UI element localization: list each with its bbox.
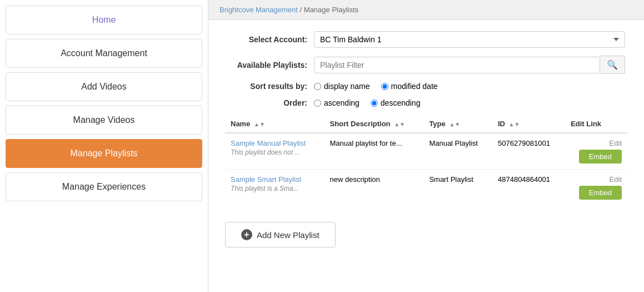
col-name-sort-icon: ▲▼ (254, 121, 265, 127)
col-short-description: Short Description ▲▼ (324, 115, 423, 133)
sort-display-name-label: display name (324, 82, 370, 91)
sidebar-item-manage-playlists[interactable]: Manage Playlists (6, 139, 202, 168)
sidebar-item-manage-videos[interactable]: Manage Videos (6, 106, 202, 135)
table-row: Sample Manual Playlist This playlist doe… (225, 133, 627, 170)
playlist-subtitle-0: This playlist does not ... (231, 149, 318, 156)
col-edit-link: Edit Link (565, 115, 627, 133)
add-playlist-area: + Add New Playlist (225, 205, 627, 248)
cell-edit-link-1: Edit Embed (565, 170, 627, 206)
sidebar: Home Account Management Add Videos Manag… (0, 0, 208, 292)
select-account-row: Select Account: BC Tim Baldwin 1 (225, 31, 627, 48)
col-type-label: Type (429, 120, 445, 128)
col-type-sort-icon: ▲▼ (449, 121, 460, 127)
table-header-row: Name ▲▼ Short Description ▲▼ Type ▲▼ ID … (225, 115, 627, 133)
col-id: ID ▲▼ (492, 115, 565, 133)
add-new-playlist-button[interactable]: + Add New Playlist (225, 222, 336, 248)
playlist-table: Name ▲▼ Short Description ▲▼ Type ▲▼ ID … (225, 115, 627, 205)
playlist-filter-control: 🔍 (314, 56, 627, 74)
cell-id-0: 5076279081001 (492, 133, 565, 170)
cell-id-1: 4874804864001 (492, 170, 565, 206)
add-playlist-label: Add New Playlist (257, 230, 319, 240)
sort-modified-date-label: modified date (391, 82, 438, 91)
col-short-desc-label: Short Description (330, 120, 390, 128)
sort-modified-date-radio[interactable] (381, 83, 388, 90)
sort-results-row: Sort results by: display name modified d… (225, 82, 627, 91)
order-row: Order: ascending descending (225, 98, 627, 107)
cell-type-0: Manual Playlist (423, 133, 492, 170)
add-icon: + (241, 229, 252, 240)
playlist-filter-input[interactable] (314, 57, 600, 73)
playlist-filter-button[interactable]: 🔍 (600, 56, 625, 74)
edit-link-0[interactable]: Edit (571, 139, 622, 147)
select-account-label: Select Account: (225, 35, 314, 44)
cell-type-1: Smart Playlist (423, 170, 492, 206)
playlist-name-link-1[interactable]: Sample Smart Playlist (231, 175, 318, 184)
breadcrumb-separator: / (300, 6, 302, 14)
col-short-desc-sort-icon: ▲▼ (394, 121, 405, 127)
sort-display-name-radio[interactable] (314, 83, 321, 90)
order-ascending-label: ascending (324, 98, 360, 107)
sort-options-control: display name modified date (314, 82, 627, 91)
sort-results-label: Sort results by: (225, 82, 314, 91)
content-area: Select Account: BC Tim Baldwin 1 Availab… (208, 20, 644, 259)
col-name: Name ▲▼ (225, 115, 324, 133)
col-name-label: Name (231, 120, 250, 128)
sidebar-item-manage-experiences[interactable]: Manage Experiences (6, 172, 202, 201)
main-content: Brightcove Management / Manage Playlists… (208, 0, 644, 292)
sort-radio-group: display name modified date (314, 82, 627, 91)
sort-modified-date-option[interactable]: modified date (381, 82, 438, 91)
order-label: Order: (225, 98, 314, 107)
edit-link-1[interactable]: Edit (571, 175, 622, 184)
playlist-name-link-0[interactable]: Sample Manual Playlist (231, 139, 318, 147)
col-id-label: ID (498, 120, 505, 128)
embed-button-0[interactable]: Embed (579, 150, 622, 164)
cell-name-0: Sample Manual Playlist This playlist doe… (225, 133, 324, 170)
account-select[interactable]: BC Tim Baldwin 1 (314, 31, 625, 48)
available-playlists-label: Available Playlists: (225, 61, 314, 70)
cell-short-desc-0: Manual playlist for te... (324, 133, 423, 170)
table-head: Name ▲▼ Short Description ▲▼ Type ▲▼ ID … (225, 115, 627, 133)
col-id-sort-icon: ▲▼ (509, 121, 520, 127)
sort-display-name-option[interactable]: display name (314, 82, 370, 91)
cell-short-desc-1: new description (324, 170, 423, 206)
sidebar-item-account-management[interactable]: Account Management (6, 39, 202, 68)
sidebar-item-home[interactable]: Home (6, 6, 202, 34)
breadcrumb-current: Manage Playlists (304, 6, 358, 14)
breadcrumb: Brightcove Management / Manage Playlists (208, 0, 644, 20)
order-descending-label: descending (381, 98, 421, 107)
filter-row: 🔍 (314, 56, 625, 74)
order-descending-radio[interactable] (371, 100, 378, 107)
order-ascending-option[interactable]: ascending (314, 98, 360, 107)
cell-name-1: Sample Smart Playlist This playlist is a… (225, 170, 324, 206)
order-ascending-radio[interactable] (314, 100, 321, 107)
available-playlists-row: Available Playlists: 🔍 (225, 56, 627, 74)
embed-button-1[interactable]: Embed (579, 186, 622, 200)
table-row: Sample Smart Playlist This playlist is a… (225, 170, 627, 206)
order-descending-option[interactable]: descending (371, 98, 421, 107)
col-type: Type ▲▼ (423, 115, 492, 133)
cell-edit-link-0: Edit Embed (565, 133, 627, 170)
playlist-subtitle-1: This playlist is a Sma... (231, 185, 318, 192)
breadcrumb-parent-link[interactable]: Brightcove Management (219, 6, 298, 14)
select-account-control: BC Tim Baldwin 1 (314, 31, 627, 48)
sidebar-item-add-videos[interactable]: Add Videos (6, 72, 202, 101)
table-body: Sample Manual Playlist This playlist doe… (225, 133, 627, 205)
order-control: ascending descending (314, 98, 627, 107)
order-radio-group: ascending descending (314, 98, 627, 107)
